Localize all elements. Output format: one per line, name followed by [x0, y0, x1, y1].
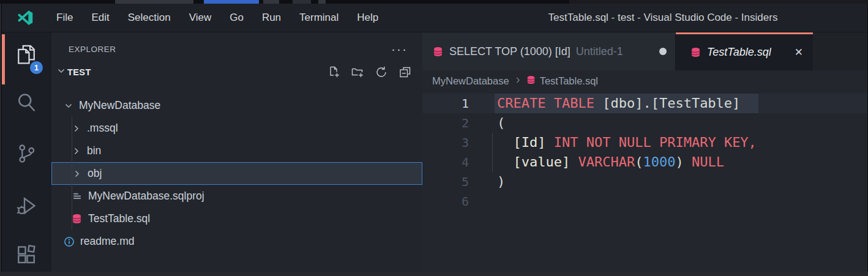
chevron-right-icon	[514, 75, 522, 87]
unsaved-changes-dot[interactable]	[659, 48, 667, 55]
tree-item-label: bin	[87, 144, 101, 157]
menu-item-help[interactable]: Help	[348, 4, 387, 32]
window-title: TestTable.sql - test - Visual Studio Cod…	[467, 12, 859, 24]
chevron-right-icon	[72, 146, 84, 156]
chevron-right-icon	[72, 124, 84, 133]
title-bar: FileEditSelectionViewGoRunTerminalHelp T…	[2, 4, 867, 32]
active-view-indicator	[2, 34, 5, 84]
vscode-window: FileEditSelectionViewGoRunTerminalHelp T…	[1, 4, 868, 272]
explorer-title: EXPLORER	[69, 45, 116, 54]
code-token: NULL	[692, 154, 724, 170]
tree-item-obj[interactable]: obj	[51, 162, 422, 185]
line-number: 5	[422, 172, 469, 192]
extensions-icon	[15, 244, 37, 269]
code-editor[interactable]: 1CREATE TABLE [dbo].[TestTable]2(3 [Id] …	[422, 91, 867, 272]
line-number: 1	[422, 94, 469, 113]
activity-bar: 1	[2, 32, 51, 272]
line-number: 4	[422, 152, 469, 172]
code-token: 1000	[643, 154, 675, 170]
code-token: CREATE TABLE	[497, 95, 602, 111]
breadcrumb: MyNewDatabase TestTable.sql	[422, 70, 867, 91]
code-token	[545, 135, 553, 150]
code-token: (	[635, 154, 643, 170]
tree-item-label: obj	[88, 167, 102, 180]
vscode-insiders-logo-icon	[17, 9, 35, 27]
sidebar-header: EXPLORER ···	[51, 32, 422, 62]
source-control-activity-button[interactable]	[12, 140, 41, 170]
tree-item-readme-md[interactable]: readme.md	[51, 230, 422, 253]
breadcrumb-file[interactable]: TestTable.sql	[540, 75, 598, 87]
tree-item-testtable-sql[interactable]: TestTable.sql	[51, 207, 422, 230]
tab-label: TestTable.sql	[707, 46, 771, 59]
code-token	[570, 154, 578, 170]
workbench: 1	[2, 32, 867, 272]
breadcrumb-folder[interactable]: MyNewDatabase	[432, 75, 509, 87]
code-token	[497, 154, 514, 170]
tab-untitled-1[interactable]: SELECT TOP (1000) [Id] Untitled-1	[422, 32, 676, 70]
code-token: [dbo].[TestTable]	[602, 95, 740, 111]
tree-item-bin[interactable]: bin	[51, 140, 422, 162]
chevron-right-icon	[72, 169, 84, 179]
tree-item-label: TestTable.sql	[88, 212, 150, 225]
explorer-badge: 1	[30, 61, 43, 74]
run-debug-icon	[15, 195, 37, 220]
code-line-2[interactable]: 2(	[422, 113, 867, 133]
explorer-activity-button[interactable]: 1	[12, 41, 41, 70]
code-token: VARCHAR	[578, 154, 635, 170]
menu-bar: FileEditSelectionViewGoRunTerminalHelp	[47, 4, 387, 32]
markdown-info-icon	[64, 236, 77, 247]
code-token: [value]	[514, 154, 571, 170]
file-tree: MyNewDatabase.mssqlbinobjMyNewDatabase.s…	[51, 94, 422, 253]
code-line-5[interactable]: 5)	[422, 172, 867, 192]
extensions-activity-button[interactable]	[12, 242, 41, 271]
menu-item-view[interactable]: View	[180, 4, 221, 32]
menu-item-edit[interactable]: Edit	[82, 4, 118, 32]
close-tab-icon[interactable]: ✕	[795, 46, 803, 59]
menu-item-terminal[interactable]: Terminal	[290, 4, 348, 32]
editor-area: SELECT TOP (1000) [Id] Untitled-1 TestTa…	[422, 32, 867, 272]
code-token	[497, 135, 514, 150]
screenshot-root: FileEditSelectionViewGoRunTerminalHelp T…	[0, 0, 868, 276]
section-actions	[327, 65, 422, 79]
code-line-1[interactable]: 1CREATE TABLE [dbo].[TestTable]	[422, 94, 867, 113]
sqlproj-list-icon	[72, 191, 85, 202]
code-line-4[interactable]: 4 [value] VARCHAR(1000) NULL	[422, 152, 867, 172]
tree-indent-guide	[72, 117, 72, 230]
tree-item-mynewdatabase[interactable]: MyNewDatabase	[51, 94, 422, 117]
collapse-all-icon[interactable]	[398, 65, 412, 79]
tree-item-label: MyNewDatabase.sqlproj	[88, 190, 204, 203]
menu-item-selection[interactable]: Selection	[119, 4, 180, 32]
line-number: 2	[422, 113, 469, 133]
line-number: 6	[422, 192, 469, 211]
tree-item--mssql[interactable]: .mssql	[51, 117, 422, 140]
line-number: 3	[422, 133, 469, 152]
code-token: INT NOT NULL PRIMARY KEY,	[554, 135, 757, 150]
section-title: TEST	[67, 67, 91, 77]
database-icon	[433, 47, 443, 57]
code-token: [Id]	[514, 135, 546, 150]
code-line-6[interactable]: 6	[422, 192, 867, 211]
tab-testtable-sql[interactable]: TestTable.sql ✕	[676, 32, 813, 70]
tree-item-label: .mssql	[87, 122, 118, 135]
tab-bar: SELECT TOP (1000) [Id] Untitled-1 TestTa…	[422, 32, 867, 70]
code-token: (	[497, 115, 505, 130]
code-line-3[interactable]: 3 [Id] INT NOT NULL PRIMARY KEY,	[422, 133, 867, 152]
refresh-icon[interactable]	[375, 65, 388, 79]
tree-item-label: readme.md	[80, 235, 135, 248]
new-folder-icon[interactable]	[351, 65, 364, 79]
menu-item-go[interactable]: Go	[220, 4, 253, 32]
source-control-icon	[15, 143, 37, 167]
more-actions-icon[interactable]: ···	[391, 46, 408, 52]
search-activity-button[interactable]	[12, 89, 41, 118]
code-token	[684, 154, 692, 170]
menu-item-run[interactable]: Run	[253, 4, 290, 32]
search-icon	[15, 91, 37, 116]
new-file-icon[interactable]	[327, 65, 340, 79]
menu-item-file[interactable]: File	[47, 4, 82, 32]
tab-detail: Untitled-1	[576, 45, 623, 58]
explorer-section-test[interactable]: TEST	[51, 62, 422, 83]
tree-item-label: MyNewDatabase	[79, 99, 160, 112]
run-debug-activity-button[interactable]	[12, 193, 41, 222]
tree-item-mynewdatabase-sqlproj[interactable]: MyNewDatabase.sqlproj	[51, 185, 422, 207]
database-icon	[72, 214, 85, 225]
